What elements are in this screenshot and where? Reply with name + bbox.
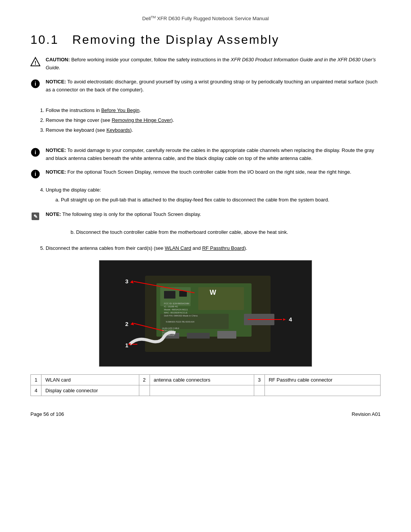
svg-text:W: W <box>210 289 216 296</box>
diagram-image: W FCC ID: E2K4965AGNM IC: 1518B-4G Model… <box>99 260 312 367</box>
table-cell-5-label <box>150 385 254 396</box>
table-cell-6-label <box>264 385 380 396</box>
svg-text:!: ! <box>35 60 37 66</box>
notice3-icon: i <box>30 169 41 180</box>
table-row-1: 1 WLAN card 2 antenna cable connectors 3… <box>31 374 381 385</box>
page-footer: Page 56 of 106 Revision A01 <box>30 411 381 417</box>
table-cell-3-label: RF Passthru cable connector <box>264 374 380 385</box>
table-cell-2-num: 2 <box>139 374 150 385</box>
section-title: 10.1 Removing the Display Assembly <box>30 33 381 47</box>
substeps-list: Pull straight up on the pull-tab that is… <box>61 196 381 204</box>
svg-text:1: 1 <box>125 342 128 348</box>
svg-text:Dell P/N: 0MK933  Made in Chin: Dell P/N: 0MK933 Made in China <box>164 315 198 317</box>
svg-rect-16 <box>164 291 175 299</box>
callout-table: 1 WLAN card 2 antenna cable connectors 3… <box>30 374 381 396</box>
caution-icon: ! <box>30 57 41 67</box>
table-cell-1-num: 1 <box>31 374 41 385</box>
svg-text:✎: ✎ <box>33 214 38 219</box>
caution-text: CAUTION: Before working inside your comp… <box>46 56 381 72</box>
svg-text:2: 2 <box>125 321 128 327</box>
svg-text:TYCO REV:02: TYCO REV:02 <box>162 334 175 336</box>
note-icon: ✎ <box>30 211 41 222</box>
substep-4b: Disconnect the touch controller cable fr… <box>76 228 381 236</box>
substep-b-list: Disconnect the touch controller cable fr… <box>76 228 381 236</box>
svg-rect-17 <box>179 291 187 297</box>
note-text: NOTE: The following step is only for the… <box>46 211 201 219</box>
svg-text:N-0MK933-70223-7BU-00X9-A04: N-0MK933-70223-7BU-00X9-A04 <box>166 321 194 323</box>
step-4: Unplug the display cable: Pull straight … <box>46 186 381 204</box>
svg-text:i: i <box>35 171 36 177</box>
svg-rect-19 <box>187 333 210 339</box>
svg-text:Model: 4965AGN M111: Model: 4965AGN M111 <box>164 308 188 311</box>
svg-text:4: 4 <box>289 316 292 323</box>
notice2-text: NOTICE: To avoid damage to your computer… <box>46 147 381 163</box>
note-block: ✎ NOTE: The following step is only for t… <box>30 211 381 222</box>
svg-rect-20 <box>217 331 236 339</box>
svg-text:i: i <box>35 149 36 155</box>
substep-4a: Pull straight up on the pull-tab that is… <box>61 196 381 204</box>
notice1-text: NOTICE: To avoid electrostatic discharge… <box>46 78 381 94</box>
notice1-icon: i <box>30 79 41 89</box>
notice3-block: i NOTICE: For the optional Touch Screen … <box>30 168 381 180</box>
table-cell-3-num: 3 <box>254 374 264 385</box>
table-cell-4-num: 4 <box>31 385 41 396</box>
notice2-icon: i <box>30 147 41 158</box>
step4-list: Unplug the display cable: Pull straight … <box>46 186 381 204</box>
table-cell-2-label: antenna cable connectors <box>150 374 254 385</box>
svg-text:IC: 1518B-4G: IC: 1518B-4G <box>164 305 178 308</box>
notice2-block: i NOTICE: To avoid damage to your comput… <box>30 147 381 163</box>
svg-rect-14 <box>198 287 244 310</box>
caution-block: ! CAUTION: Before working inside your co… <box>30 56 381 72</box>
step-5: Disconnect the antenna cables from their… <box>46 244 381 252</box>
svg-text:3: 3 <box>125 278 128 284</box>
step-2: Remove the hinge cover (see Removing the… <box>46 116 381 125</box>
footer-page-number: Page 56 of 106 <box>30 411 64 417</box>
table-cell-4-label: Display cable connector <box>41 385 139 396</box>
footer-revision: Revision A01 <box>352 411 381 417</box>
step-1: Follow the instructions in Before You Be… <box>46 106 381 115</box>
header-text: DellTM XFR D630 Fully Rugged Notebook Se… <box>142 16 269 21</box>
table-row-2: 4 Display cable connector <box>31 385 381 396</box>
step-3: Remove the keyboard (see Keyboards). <box>46 126 381 134</box>
svg-text:i: i <box>35 81 36 87</box>
table-cell-1-label: WLAN card <box>41 374 139 385</box>
page: DellTM XFR D630 Fully Rugged Notebook Se… <box>0 0 411 532</box>
notice1-block: i NOTICE: To avoid electrostatic dischar… <box>30 78 381 94</box>
page-header: DellTM XFR D630 Fully Rugged Notebook Se… <box>30 15 381 21</box>
table-cell-6-num <box>254 385 264 396</box>
notice3-text: NOTICE: For the optional Touch Screen Di… <box>46 168 351 176</box>
step5-list: Disconnect the antenna cables from their… <box>46 244 381 252</box>
svg-text:FCC ID: E2K4965AGNM: FCC ID: E2K4965AGNM <box>164 302 189 305</box>
table-cell-5-num <box>139 385 150 396</box>
svg-text:MAC: 001DE0FACCLE: MAC: 001DE0FACCLE <box>164 312 188 314</box>
steps-list: Follow the instructions in Before You Be… <box>46 106 381 134</box>
